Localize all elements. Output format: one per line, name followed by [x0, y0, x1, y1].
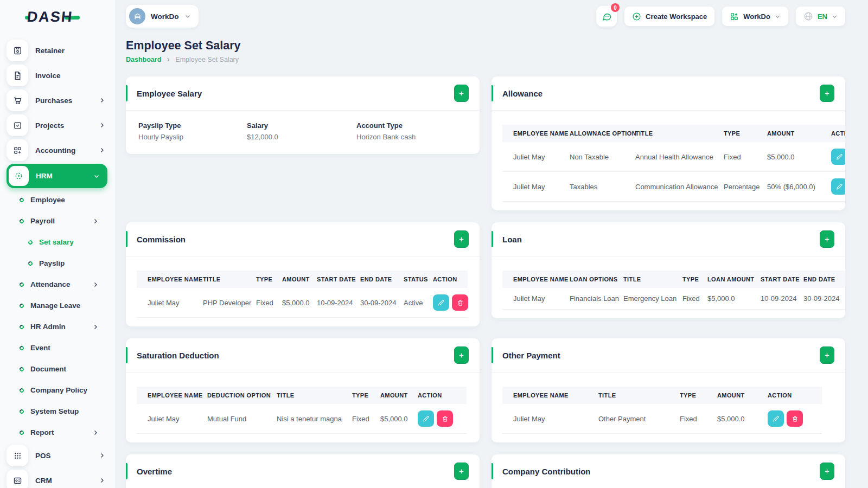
- chevron-right-icon: [92, 429, 99, 436]
- topbar: WorkDo 0 Create Workspace WorkDo: [126, 4, 845, 28]
- sidebar-item-accounting[interactable]: Accounting: [0, 138, 115, 163]
- plus-icon: [824, 236, 831, 243]
- sidebar-item-company-policy[interactable]: Company Policy: [0, 380, 115, 401]
- sidebar-item-invoice[interactable]: Invoice: [0, 63, 115, 88]
- sidebar-item-label: Purchases: [35, 97, 72, 105]
- bullet-icon: [18, 429, 24, 435]
- loan-table-wrap: EMPLOYEE NAME LOAN OPTIONS TITLE TYPE LO…: [502, 271, 845, 310]
- card-header: Employee Salary: [126, 76, 480, 111]
- sidebar-item-projects[interactable]: Projects: [0, 113, 115, 138]
- sidebar-item-report[interactable]: Report: [0, 422, 115, 443]
- card-title: Company Contribution: [502, 467, 590, 476]
- bullet-icon: [18, 281, 24, 287]
- pencil-icon: [773, 415, 780, 422]
- plus-icon: [458, 236, 465, 243]
- bullet-icon: [18, 218, 24, 224]
- sidebar-item-system-setup[interactable]: System Setup: [0, 401, 115, 422]
- pencil-icon: [423, 415, 430, 422]
- pencil-icon: [438, 299, 445, 306]
- workdo-menu-button[interactable]: WorkDo: [722, 7, 788, 26]
- language-selector[interactable]: EN: [796, 7, 845, 26]
- table-row: Juliet May Non Taxable Annual Health All…: [502, 142, 845, 172]
- other-payment-add-button[interactable]: [820, 346, 834, 364]
- status-text: Active: [393, 288, 422, 318]
- sidebar-item-payroll[interactable]: Payroll: [0, 210, 115, 232]
- sidebar-item-pos[interactable]: POS: [0, 443, 115, 468]
- allowance-card: Allowance EMPLOYEE NAME ALLOWNACE OPTION…: [492, 76, 845, 210]
- messages-badge: 0: [611, 3, 620, 12]
- pos-icon: [7, 445, 28, 466]
- create-workspace-label: Create Workspace: [646, 12, 707, 21]
- sidebar-item-document[interactable]: Document: [0, 358, 115, 380]
- hrm-icon: [9, 166, 29, 186]
- sidebar-item-retainer[interactable]: Retainer: [0, 38, 115, 63]
- chevron-down-icon: [184, 13, 191, 20]
- sidebar-item-crm[interactable]: CRM: [0, 468, 115, 488]
- sidebar-item-label: Retainer: [35, 47, 65, 55]
- other-payment-table-wrap: EMPLOYEE NAME TITLE TYPE AMOUNT ACTION J…: [502, 387, 845, 434]
- messages-button[interactable]: 0: [596, 6, 617, 27]
- company-contribution-add-button[interactable]: [820, 463, 834, 480]
- delete-button[interactable]: [787, 410, 803, 427]
- card-title: Commission: [137, 235, 186, 244]
- delete-button[interactable]: [437, 410, 453, 427]
- saturation-deduction-table-wrap: EMPLOYEE NAME DEDUCTION OPTION TITLE TYP…: [137, 387, 480, 434]
- allowance-add-button[interactable]: [820, 85, 834, 102]
- edit-button[interactable]: [831, 178, 845, 195]
- breadcrumb-dashboard-link[interactable]: Dashboard: [126, 56, 161, 63]
- bullet-icon: [18, 366, 24, 372]
- sidebar-item-employee[interactable]: Employee: [0, 189, 115, 210]
- logo-text: DASH: [26, 9, 74, 25]
- pencil-icon: [836, 183, 843, 190]
- create-workspace-button[interactable]: Create Workspace: [624, 7, 714, 26]
- sidebar-item-set-salary[interactable]: Set salary: [0, 232, 115, 253]
- edit-button[interactable]: [433, 294, 449, 311]
- chevron-right-icon: [99, 97, 105, 104]
- table-row: Juliet May Mutual Fund Nisi a tenetur ma…: [137, 404, 467, 434]
- sidebar-item-purchases[interactable]: Purchases: [0, 88, 115, 113]
- sidebar-item-attendance[interactable]: Attendance: [0, 274, 115, 295]
- sidebar-item-payslip[interactable]: Payslip: [0, 253, 115, 274]
- edit-button[interactable]: [418, 410, 434, 427]
- plus-icon: [824, 468, 831, 475]
- commission-add-button[interactable]: [454, 230, 469, 248]
- sidebar-item-hrm[interactable]: HRM: [7, 164, 107, 188]
- edit-button[interactable]: [831, 149, 845, 165]
- card-header: Overtime: [126, 454, 480, 488]
- sidebar-item-hr-admin[interactable]: HR Admin: [0, 316, 115, 337]
- sidebar-item-label: Projects: [35, 121, 64, 130]
- salary-field: Salary $12,000.0: [247, 121, 356, 141]
- workspace-name: WorkDo: [151, 12, 179, 21]
- workspace-selector[interactable]: WorkDo: [126, 5, 199, 28]
- trash-icon: [457, 299, 464, 306]
- overtime-add-button[interactable]: [454, 463, 469, 480]
- bullet-icon: [18, 408, 24, 414]
- saturation-deduction-add-button[interactable]: [454, 346, 469, 364]
- card-header: Commission: [126, 222, 480, 256]
- table-row: Juliet May Taxables Communication Allowa…: [502, 172, 845, 202]
- chevron-right-icon: [99, 477, 105, 484]
- table-row: Juliet May Other Payment Fixed $5,000.0: [502, 404, 822, 434]
- chevron-right-icon: [92, 324, 99, 330]
- allowance-table: EMPLOYEE NAME ALLOWNACE OPTION TITLE TYP…: [502, 125, 845, 202]
- sidebar-item-event[interactable]: Event: [0, 337, 115, 358]
- allowance-table-wrap: EMPLOYEE NAME ALLOWNACE OPTION TITLE TYP…: [502, 125, 845, 202]
- breadcrumb-current: Employee Set Salary: [175, 56, 239, 63]
- topbar-actions: 0 Create Workspace WorkDo EN: [596, 6, 845, 27]
- breadcrumb: Dashboard Employee Set Salary: [126, 56, 845, 63]
- plus-circle-icon: [632, 12, 641, 21]
- edit-button[interactable]: [768, 410, 784, 427]
- chevron-down-icon: [775, 14, 781, 20]
- delete-button[interactable]: [452, 294, 468, 311]
- chevron-right-icon: [99, 147, 105, 153]
- accounting-icon: [7, 139, 28, 161]
- plus-icon: [458, 352, 465, 359]
- plus-icon: [458, 90, 465, 97]
- sidebar-item-manage-leave[interactable]: Manage Leave: [0, 295, 115, 316]
- loan-add-button[interactable]: [820, 230, 834, 248]
- employee-salary-add-button[interactable]: [454, 85, 469, 102]
- table-header-row: EMPLOYEE NAME LOAN OPTIONS TITLE TYPE LO…: [502, 271, 845, 288]
- app-logo[interactable]: DASH: [0, 0, 115, 34]
- crm-icon: [7, 470, 28, 488]
- invoice-icon: [7, 65, 28, 86]
